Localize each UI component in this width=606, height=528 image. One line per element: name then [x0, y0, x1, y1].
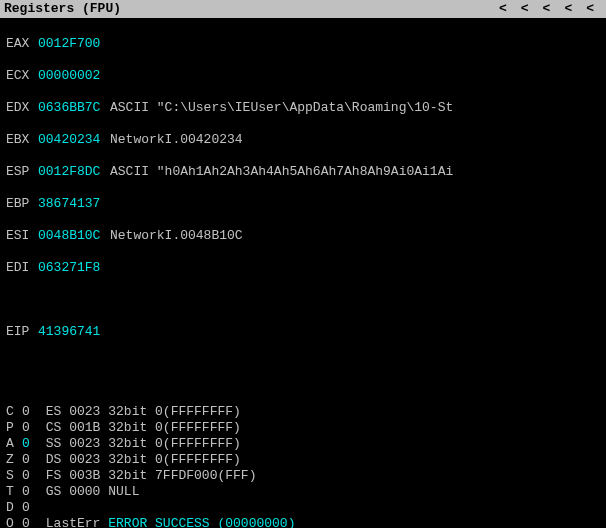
reg-row: ECX00000002 [6, 68, 600, 84]
flag-name: D [6, 500, 22, 516]
flag-row[interactable]: C0 ES 0023 32bit 0(FFFFFFFF) [6, 404, 600, 420]
scroll-arrow[interactable]: < [521, 1, 529, 17]
seg-name: DS [46, 452, 69, 468]
seg-name: SS [46, 436, 69, 452]
flag-row[interactable]: S0 FS 003B 32bit 7FFDF000(FFF) [6, 468, 600, 484]
flag-bit[interactable]: 0 [22, 404, 38, 420]
seg-name: ES [46, 404, 69, 420]
reg-value[interactable]: 0636BB7C [38, 100, 110, 116]
seg-name: CS [46, 420, 69, 436]
reg-value[interactable]: 41396741 [38, 324, 110, 340]
flag-bit[interactable]: 0 [22, 500, 38, 516]
flag-row[interactable]: P0 CS 001B 32bit 0(FFFFFFFF) [6, 420, 600, 436]
flag-row[interactable]: O0 LastErr ERROR_SUCCESS (00000000) [6, 516, 600, 528]
blank-row [6, 356, 600, 372]
seg-desc: 32bit 0(FFFFFFFF) [108, 404, 241, 420]
reg-value[interactable]: 00420234 [38, 132, 110, 148]
reg-row: EDI063271F8 [6, 260, 600, 276]
flag-name: T [6, 484, 22, 500]
reg-name: ESI [6, 228, 38, 244]
reg-row: EBX00420234NetworkI.00420234 [6, 132, 600, 148]
reg-name: EAX [6, 36, 38, 52]
seg-name: FS [46, 468, 69, 484]
flag-bit[interactable]: 0 [22, 420, 38, 436]
lasterr-value[interactable]: ERROR_SUCCESS (00000000) [108, 516, 295, 528]
reg-row: ESI0048B10CNetworkI.0048B10C [6, 228, 600, 244]
seg-desc: 32bit 0(FFFFFFFF) [108, 436, 241, 452]
reg-value[interactable]: 063271F8 [38, 260, 110, 276]
seg-value[interactable]: 0023 [69, 404, 108, 420]
flag-name: O [6, 516, 22, 528]
registers-content[interactable]: EAX0012F700 ECX00000002 EDX0636BB7CASCII… [0, 18, 606, 528]
flag-name: Z [6, 452, 22, 468]
flag-row[interactable]: Z0 DS 0023 32bit 0(FFFFFFFF) [6, 452, 600, 468]
seg-value[interactable]: 0023 [69, 452, 108, 468]
seg-desc: 32bit 7FFDF000(FFF) [108, 468, 256, 484]
seg-value[interactable]: 0023 [69, 436, 108, 452]
titlebar: Registers (FPU) < < < < < [0, 0, 606, 18]
seg-value[interactable]: 0000 [69, 484, 108, 500]
flag-name: C [6, 404, 22, 420]
reg-value[interactable]: 0048B10C [38, 228, 110, 244]
seg-value[interactable]: 001B [69, 420, 108, 436]
scroll-arrow[interactable]: < [499, 1, 507, 17]
reg-name: EDI [6, 260, 38, 276]
reg-name: ECX [6, 68, 38, 84]
reg-row: EDX0636BB7CASCII "C:\Users\IEUser\AppDat… [6, 100, 600, 116]
reg-comment: NetworkI.00420234 [110, 132, 243, 148]
reg-comment: ASCII "C:\Users\IEUser\AppData\Roaming\1… [110, 100, 453, 116]
reg-value[interactable]: 38674137 [38, 196, 110, 212]
reg-name: EBX [6, 132, 38, 148]
flag-name: A [6, 436, 22, 452]
panel-title: Registers (FPU) [4, 1, 499, 17]
reg-comment: ASCII "h0Ah1Ah2Ah3Ah4Ah5Ah6Ah7Ah8Ah9Ai0A… [110, 164, 453, 180]
blank-row [6, 292, 600, 308]
flag-name: S [6, 468, 22, 484]
seg-desc: 32bit 0(FFFFFFFF) [108, 452, 241, 468]
flag-bit[interactable]: 0 [22, 436, 38, 452]
flag-bit[interactable]: 0 [22, 452, 38, 468]
seg-desc: 32bit 0(FFFFFFFF) [108, 420, 241, 436]
flag-bit[interactable]: 0 [22, 468, 38, 484]
scroll-arrow[interactable]: < [564, 1, 572, 17]
flag-row[interactable]: T0 GS 0000 NULL [6, 484, 600, 500]
titlebar-arrows: < < < < < [499, 1, 602, 17]
seg-value[interactable]: 003B [69, 468, 108, 484]
scroll-arrow[interactable]: < [586, 1, 594, 17]
reg-name: EIP [6, 324, 38, 340]
reg-value[interactable]: 0012F8DC [38, 164, 110, 180]
reg-row: ESP0012F8DCASCII "h0Ah1Ah2Ah3Ah4Ah5Ah6Ah… [6, 164, 600, 180]
reg-row: EAX0012F700 [6, 36, 600, 52]
lasterr-label: LastErr [46, 516, 101, 528]
reg-comment: NetworkI.0048B10C [110, 228, 243, 244]
scroll-arrow[interactable]: < [543, 1, 551, 17]
flag-bit[interactable]: 0 [22, 484, 38, 500]
reg-name: EDX [6, 100, 38, 116]
flag-row[interactable]: D0 [6, 500, 600, 516]
flag-bit[interactable]: 0 [22, 516, 38, 528]
flag-row[interactable]: A0 SS 0023 32bit 0(FFFFFFFF) [6, 436, 600, 452]
seg-name: GS [46, 484, 69, 500]
reg-value[interactable]: 00000002 [38, 68, 110, 84]
seg-desc: NULL [108, 484, 139, 500]
reg-name: EBP [6, 196, 38, 212]
eip-row: EIP41396741 [6, 324, 600, 340]
reg-name: ESP [6, 164, 38, 180]
reg-value[interactable]: 0012F700 [38, 36, 110, 52]
reg-row: EBP38674137 [6, 196, 600, 212]
flag-name: P [6, 420, 22, 436]
